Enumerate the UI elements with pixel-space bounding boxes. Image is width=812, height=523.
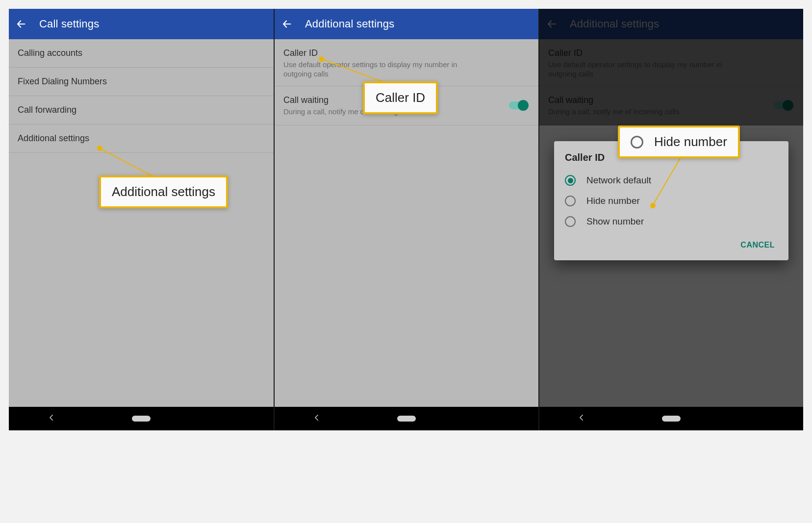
page-title: Call settings: [39, 18, 99, 30]
cancel-button[interactable]: CANCEL: [737, 237, 778, 253]
row-label: Fixed Dialing Numbers: [18, 76, 265, 87]
callout-text: Caller ID: [376, 90, 425, 105]
appbar: Additional settings: [275, 9, 538, 39]
nav-home-pill[interactable]: [397, 416, 416, 422]
annotation-dot: [319, 56, 324, 62]
option-label: Show number: [586, 216, 644, 227]
option-show-number[interactable]: Show number: [565, 211, 778, 232]
nav-home-pill[interactable]: [662, 416, 681, 422]
option-network-default[interactable]: Network default: [565, 170, 778, 191]
page-title: Additional settings: [305, 18, 394, 30]
android-navbar: [275, 407, 538, 430]
radio-icon: [631, 136, 643, 149]
radio-icon: [565, 175, 576, 186]
row-label: Additional settings: [18, 133, 265, 144]
radio-icon: [565, 196, 576, 206]
row-calling-accounts[interactable]: Calling accounts: [9, 39, 274, 68]
triptych-container: Call settings Calling accounts Fixed Dia…: [9, 9, 803, 430]
row-label: Calling accounts: [18, 48, 265, 58]
annotation-dot: [650, 203, 656, 208]
nav-home-pill[interactable]: [132, 416, 151, 422]
svg-line-1: [100, 149, 156, 178]
radio-icon: [565, 216, 576, 227]
back-arrow-icon[interactable]: [16, 19, 26, 29]
android-navbar: [9, 407, 274, 430]
back-arrow-icon[interactable]: [281, 19, 292, 29]
pane-additional-settings: Additional settings Caller ID Use defaul…: [274, 9, 538, 430]
callout-text: Hide number: [654, 134, 727, 149]
call-waiting-toggle[interactable]: [509, 100, 529, 111]
annotation-dot: [97, 146, 102, 151]
option-hide-number[interactable]: Hide number: [565, 191, 778, 211]
row-caller-id[interactable]: Caller ID Use default operator settings …: [275, 39, 538, 86]
callout-caller-id: Caller ID: [363, 81, 438, 114]
nav-back-icon[interactable]: [312, 413, 321, 424]
caller-id-dialog: Caller ID Network default Hide number Sh…: [554, 141, 788, 260]
row-label: Call forwarding: [18, 105, 265, 115]
option-label: Hide number: [586, 196, 640, 206]
callout-hide-number: Hide number: [618, 125, 740, 158]
toggle-thumb: [518, 100, 529, 111]
nav-back-icon[interactable]: [47, 413, 56, 424]
pane-call-settings: Call settings Calling accounts Fixed Dia…: [9, 9, 274, 430]
nav-back-icon[interactable]: [577, 413, 586, 424]
row-fixed-dialing-numbers[interactable]: Fixed Dialing Numbers: [9, 68, 274, 96]
option-label: Network default: [586, 175, 651, 186]
settings-list: Calling accounts Fixed Dialing Numbers C…: [9, 39, 274, 153]
row-call-forwarding[interactable]: Call forwarding: [9, 96, 274, 125]
appbar: Call settings: [9, 9, 274, 39]
row-sublabel: Use default operator settings to display…: [283, 60, 470, 79]
callout-text: Additional settings: [112, 184, 215, 199]
pane-caller-id-dialog: Additional settings Caller ID Use defaul…: [538, 9, 803, 430]
callout-additional-settings: Additional settings: [99, 175, 228, 208]
android-navbar: [539, 407, 803, 430]
dialog-actions: CANCEL: [565, 232, 778, 253]
row-additional-settings[interactable]: Additional settings: [9, 125, 274, 153]
